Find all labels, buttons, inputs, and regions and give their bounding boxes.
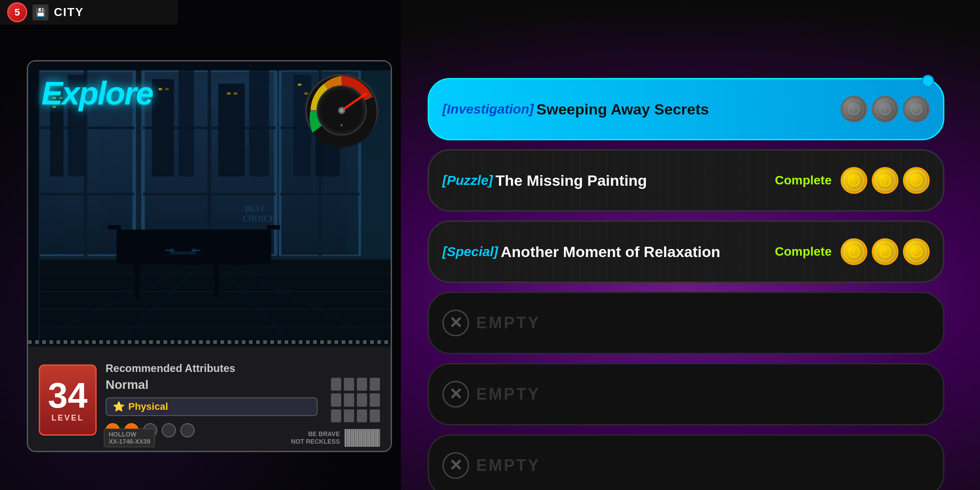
svg-point-85 <box>911 175 922 186</box>
mission-content: [Investigation] Sweeping Away Secrets <box>442 100 841 118</box>
svg-rect-26 <box>179 70 194 176</box>
location-label: City <box>54 5 84 19</box>
mission-empty-2[interactable]: ✕ EMPTY <box>428 363 944 425</box>
svg-point-91 <box>911 246 922 257</box>
difficulty-label: Normal <box>106 378 318 392</box>
svg-rect-36 <box>227 92 231 94</box>
coin-p2 <box>872 167 898 194</box>
mission-special[interactable]: [Special] Another Moment of Relaxation C… <box>428 220 944 283</box>
card-footer: HOLLOW XX-1746-XX39 BE BRAVE NOT RECKLES… <box>104 429 380 447</box>
level-box: 34 LEVEL <box>39 364 97 436</box>
svg-rect-38 <box>298 84 302 86</box>
mission-type-investigation: [Investigation] <box>442 102 534 117</box>
svg-rect-28 <box>249 66 269 176</box>
coin-p1 <box>841 167 867 194</box>
recommended-attrs-label: Recommended Attributes <box>106 363 318 374</box>
star-icon: ⭐ <box>113 401 125 412</box>
attrs-section: Recommended Attributes Normal ⭐ Physical <box>106 363 318 437</box>
mission-investigation[interactable]: [Investigation] Sweeping Away Secrets <box>428 78 944 140</box>
svg-point-83 <box>880 175 890 186</box>
svg-rect-35 <box>165 88 169 90</box>
svg-point-79 <box>911 104 922 114</box>
svg-rect-40 <box>28 256 391 345</box>
empty-label-2: EMPTY <box>476 385 540 404</box>
svg-point-77 <box>880 104 890 114</box>
empty-label-1: EMPTY <box>476 314 540 332</box>
empty-icon-3: ✕ <box>442 452 469 479</box>
empty-icon-1: ✕ <box>442 310 469 336</box>
top-bar: 5 💾 City <box>0 0 178 24</box>
missions-panel: [Investigation] Sweeping Away Secrets [P… <box>428 60 944 490</box>
gauge-container: ▲ <box>302 70 382 151</box>
player-icon[interactable]: 5 <box>7 2 27 22</box>
svg-rect-51 <box>108 225 121 229</box>
coin-s3 <box>903 238 930 265</box>
grid-cell <box>370 378 380 391</box>
grid-cell <box>357 409 367 422</box>
gauge-svg: ▲ <box>302 70 382 151</box>
level-label: LEVEL <box>51 413 84 423</box>
card-image-area: BEST CHOICE Explore <box>28 61 391 347</box>
grid-cell <box>357 393 367 406</box>
empty-icon-2: ✕ <box>442 381 469 408</box>
explore-title: Explore <box>41 75 153 111</box>
coin-1 <box>841 96 867 122</box>
grid-cell <box>331 409 341 422</box>
nav-dot <box>922 75 934 87</box>
empty-label-3: EMPTY <box>476 456 540 475</box>
mission-type-special: [Special] <box>442 244 498 259</box>
svg-point-81 <box>849 175 859 186</box>
svg-rect-54 <box>214 263 219 298</box>
grid-cell <box>344 378 354 391</box>
mission-empty-3[interactable]: ✕ EMPTY <box>428 434 944 490</box>
grid-cell <box>357 378 367 391</box>
grid-cell <box>370 409 380 422</box>
svg-rect-37 <box>234 92 237 94</box>
explore-card: BEST CHOICE Explore <box>27 60 392 452</box>
svg-text:BEST: BEST <box>245 205 265 214</box>
save-button[interactable]: 💾 <box>33 4 49 20</box>
grid-cell <box>370 393 380 406</box>
coin-s2 <box>872 238 898 265</box>
coin-group-investigation <box>841 96 930 122</box>
mission-puzzle[interactable]: [Puzzle] The Missing Painting Complete <box>428 149 944 212</box>
card-info: 34 LEVEL Recommended Attributes Normal ⭐… <box>28 347 391 452</box>
grid-cell <box>344 393 354 406</box>
svg-text:CHOICE: CHOICE <box>242 214 274 223</box>
mission-content-special: [Special] Another Moment of Relaxation <box>442 243 775 261</box>
mission-type-puzzle: [Puzzle] <box>442 173 493 188</box>
svg-rect-50 <box>117 229 271 265</box>
svg-rect-64 <box>28 61 391 70</box>
mission-title-special: Another Moment of Relaxation <box>501 243 775 261</box>
coin-2 <box>872 96 898 122</box>
barcode <box>344 429 380 447</box>
svg-rect-34 <box>159 88 162 90</box>
svg-point-70 <box>340 109 343 112</box>
complete-badge-special: Complete <box>775 245 832 259</box>
svg-rect-62 <box>28 61 39 344</box>
mission-title-investigation: Sweeping Away Secrets <box>536 100 841 118</box>
svg-point-89 <box>880 246 890 257</box>
mission-title-puzzle: The Missing Painting <box>495 172 775 190</box>
mission-empty-1[interactable]: ✕ EMPTY <box>428 292 944 354</box>
level-number: 34 <box>48 378 88 413</box>
svg-point-87 <box>849 246 859 257</box>
player-icon-label: 5 <box>14 7 20 18</box>
grid-icon <box>331 378 380 422</box>
svg-rect-52 <box>267 225 280 229</box>
svg-rect-53 <box>134 263 139 298</box>
hollow-text: HOLLOW XX-1746-XX39 <box>104 429 155 447</box>
be-brave-text: BE BRAVE NOT RECKLESS <box>291 430 340 445</box>
svg-rect-27 <box>218 84 245 176</box>
grid-cell <box>331 393 341 406</box>
barcode-area: BE BRAVE NOT RECKLESS <box>291 429 380 447</box>
svg-text:▲: ▲ <box>339 122 344 127</box>
main-container: BEST CHOICE Explore <box>0 24 980 490</box>
card-separator <box>28 340 391 344</box>
coin-group-special <box>841 238 930 265</box>
coin-s1 <box>841 238 867 265</box>
physical-badge: ⭐ Physical <box>106 397 318 416</box>
grid-cell <box>331 378 341 391</box>
grid-cell <box>344 409 354 422</box>
coin-group-puzzle <box>841 167 930 194</box>
